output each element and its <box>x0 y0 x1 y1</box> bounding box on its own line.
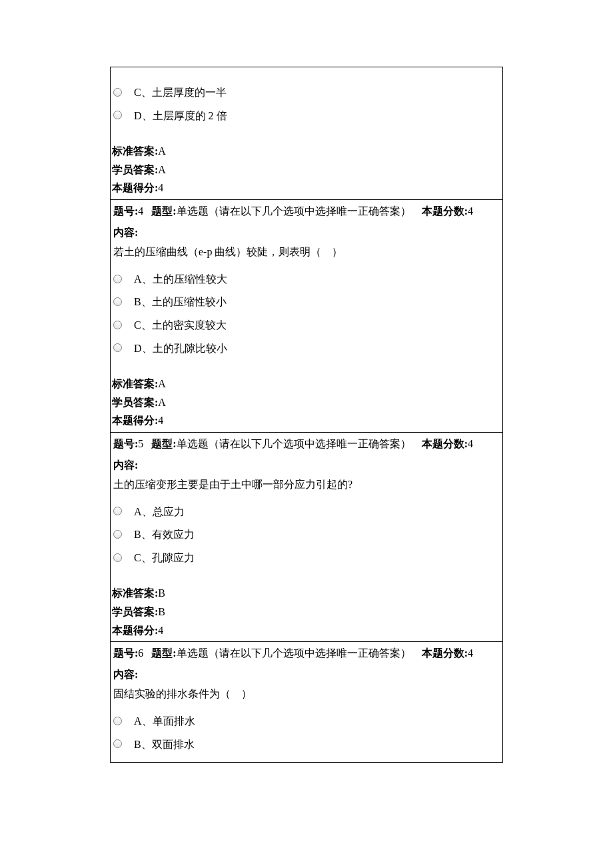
student-answer-line: 学员答案:A <box>112 161 501 179</box>
standard-answer-value: A <box>158 145 166 157</box>
question-block: C、土层厚度的一半 D、土层厚度的 2 倍 标准答案:A 学员答案:A 本题得分… <box>111 67 502 199</box>
option-text: C、土层厚度的一半 <box>134 83 227 101</box>
option-row[interactable]: B、土的压缩性较小 <box>112 293 501 311</box>
content-label: 内容: <box>113 459 138 471</box>
option-text: A、总应力 <box>134 503 185 521</box>
standard-answer-line: 标准答案:B <box>112 585 501 602</box>
document-container: C、土层厚度的一半 D、土层厚度的 2 倍 标准答案:A 学员答案:A 本题得分… <box>110 67 503 763</box>
question-score-value: 4 <box>468 205 473 217</box>
option-text: A、土的压缩性较大 <box>134 270 227 288</box>
radio-icon[interactable] <box>113 321 122 329</box>
question-score-value: 4 <box>468 647 473 659</box>
option-row[interactable]: A、总应力 <box>112 503 501 521</box>
option-text: D、土的孔隙比较小 <box>134 339 227 357</box>
question-score-value: 4 <box>468 438 473 449</box>
radio-icon[interactable] <box>113 530 122 539</box>
score-gained-label: 本题得分: <box>112 415 158 426</box>
standard-answer-value: B <box>158 587 165 599</box>
question-type-value: 单选题（请在以下几个选项中选择唯一正确答案） <box>177 205 411 217</box>
question-block: 题号:5 题型:单选题（请在以下几个选项中选择唯一正确答案） 本题分数:4 内容… <box>111 432 502 641</box>
question-body: 土的压缩变形主要是由于土中哪一部分应力引起的? <box>112 475 501 497</box>
radio-icon[interactable] <box>113 739 122 748</box>
score-gained-value: 4 <box>158 625 163 636</box>
question-no-value: 4 <box>138 205 143 217</box>
content-label: 内容: <box>113 669 138 680</box>
student-answer-label: 学员答案: <box>112 397 158 408</box>
option-row[interactable]: C、土层厚度的一半 <box>112 83 501 101</box>
question-block: 题号:4 题型:单选题（请在以下几个选项中选择唯一正确答案） 本题分数:4 内容… <box>111 199 502 432</box>
question-header: 题号:5 题型:单选题（请在以下几个选项中选择唯一正确答案） 本题分数:4 <box>112 433 501 454</box>
question-type-label: 题型: <box>151 647 176 659</box>
radio-icon[interactable] <box>113 553 122 562</box>
option-text: B、双面排水 <box>134 735 195 753</box>
question-type-label: 题型: <box>151 205 176 217</box>
question-score-label: 本题分数: <box>422 647 468 659</box>
radio-icon[interactable] <box>113 88 122 97</box>
question-type-value: 单选题（请在以下几个选项中选择唯一正确答案） <box>177 438 411 449</box>
question-score-label: 本题分数: <box>422 438 468 449</box>
option-row[interactable]: A、单面排水 <box>112 712 501 730</box>
question-type-value: 单选题（请在以下几个选项中选择唯一正确答案） <box>177 647 411 659</box>
radio-icon[interactable] <box>113 507 122 515</box>
score-gained-label: 本题得分: <box>112 182 158 193</box>
score-gained-label: 本题得分: <box>112 625 158 636</box>
student-answer-value: A <box>158 164 166 175</box>
radio-icon[interactable] <box>113 111 122 119</box>
option-text: B、土的压缩性较小 <box>134 293 227 311</box>
student-answer-label: 学员答案: <box>112 606 158 617</box>
option-text: D、土层厚度的 2 倍 <box>134 107 227 125</box>
option-row[interactable]: A、土的压缩性较大 <box>112 270 501 288</box>
standard-answer-line: 标准答案:A <box>112 375 501 393</box>
option-text: A、单面排水 <box>134 712 195 730</box>
standard-answer-line: 标准答案:A <box>112 143 501 160</box>
option-row[interactable]: C、孔隙应力 <box>112 549 501 567</box>
score-gained-line: 本题得分:4 <box>112 622 501 639</box>
question-no-value: 5 <box>138 438 143 449</box>
radio-icon[interactable] <box>113 275 122 283</box>
student-answer-value: A <box>158 397 166 408</box>
option-row[interactable]: D、土层厚度的 2 倍 <box>112 107 501 125</box>
question-no-label: 题号: <box>113 438 138 449</box>
student-answer-line: 学员答案:B <box>112 603 501 621</box>
option-row[interactable]: C、土的密实度较大 <box>112 316 501 334</box>
question-block: 题号:6 题型:单选题（请在以下几个选项中选择唯一正确答案） 本题分数:4 内容… <box>111 641 502 753</box>
student-answer-label: 学员答案: <box>112 164 158 175</box>
question-no-value: 6 <box>138 647 143 659</box>
standard-answer-label: 标准答案: <box>112 587 158 599</box>
option-text: C、土的密实度较大 <box>134 316 227 334</box>
question-type-label: 题型: <box>151 438 176 449</box>
question-header: 题号:6 题型:单选题（请在以下几个选项中选择唯一正确答案） 本题分数:4 <box>112 642 501 663</box>
question-score-label: 本题分数: <box>422 205 468 217</box>
option-row[interactable]: B、双面排水 <box>112 735 501 753</box>
option-row[interactable]: B、有效应力 <box>112 525 501 543</box>
standard-answer-label: 标准答案: <box>112 145 158 157</box>
radio-icon[interactable] <box>113 717 122 725</box>
option-text: C、孔隙应力 <box>134 549 195 567</box>
score-gained-value: 4 <box>158 415 163 426</box>
standard-answer-value: A <box>158 378 166 389</box>
question-no-label: 题号: <box>113 647 138 659</box>
option-text: B、有效应力 <box>134 525 195 543</box>
radio-icon[interactable] <box>113 297 122 306</box>
question-body: 若土的压缩曲线（e-p 曲线）较陡，则表明（ ） <box>112 242 501 265</box>
standard-answer-label: 标准答案: <box>112 378 158 389</box>
option-row[interactable]: D、土的孔隙比较小 <box>112 339 501 357</box>
content-label: 内容: <box>113 227 138 238</box>
score-gained-line: 本题得分:4 <box>112 179 501 197</box>
student-answer-line: 学员答案:A <box>112 394 501 411</box>
score-gained-value: 4 <box>158 182 163 193</box>
question-no-label: 题号: <box>113 205 138 217</box>
student-answer-value: B <box>158 606 165 617</box>
question-header: 题号:4 题型:单选题（请在以下几个选项中选择唯一正确答案） 本题分数:4 <box>112 200 501 221</box>
score-gained-line: 本题得分:4 <box>112 412 501 429</box>
radio-icon[interactable] <box>113 343 122 352</box>
question-body: 固结实验的排水条件为（ ） <box>112 684 501 707</box>
